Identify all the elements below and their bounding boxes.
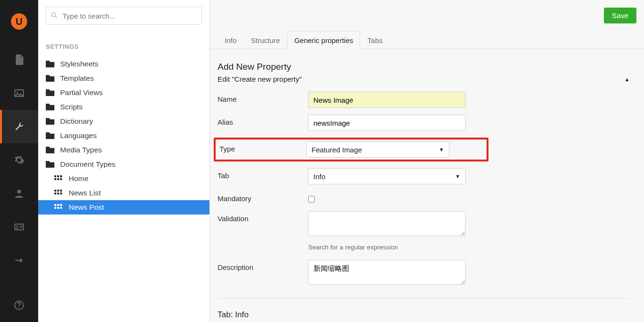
label-description: Description [218, 260, 308, 271]
doctype-icon [54, 204, 63, 211]
tree-node-languages[interactable]: Languages [46, 129, 209, 143]
search-icon [51, 11, 58, 19]
topbar: Save [210, 0, 644, 31]
tree-node-document-types[interactable]: Document Types [46, 157, 209, 172]
folder-icon [46, 161, 54, 168]
svg-point-4 [16, 225, 18, 227]
gear-icon [13, 154, 25, 166]
folder-icon [46, 75, 54, 82]
search-input[interactable] [46, 7, 202, 25]
save-button[interactable]: Save [604, 8, 636, 23]
svg-rect-3 [15, 224, 23, 230]
validation-hint: Search for a regular expression [308, 244, 398, 251]
label-type: Type [218, 141, 306, 158]
type-highlight-box: Type Featured Image ▼ [214, 138, 488, 161]
user-icon [13, 188, 25, 199]
image-icon [13, 87, 25, 99]
name-input[interactable] [308, 92, 466, 108]
tab-structure[interactable]: Structure [244, 31, 287, 49]
tab-tabs[interactable]: Tabs [360, 31, 390, 49]
tab-info-heading: Tab: Info [218, 310, 630, 320]
id-card-icon [13, 221, 25, 233]
label-name: Name [218, 92, 308, 103]
tree-node-label: Scripts [60, 103, 83, 111]
tree-node-label: Media Types [60, 146, 102, 154]
type-select[interactable]: Featured Image ▼ [306, 141, 449, 158]
validation-input[interactable] [308, 211, 466, 236]
rail-forms[interactable] [0, 244, 38, 277]
tree-node-label: News List [69, 189, 101, 197]
svg-point-7 [52, 13, 56, 17]
folder-icon [46, 132, 54, 139]
tab-select[interactable]: Info ▼ [308, 168, 466, 184]
rail-media[interactable] [0, 76, 38, 110]
help-icon [13, 300, 25, 311]
rail-content[interactable] [0, 43, 38, 76]
tree-node-partial-views[interactable]: Partial Views [46, 86, 209, 100]
logo-letter: U [16, 16, 22, 27]
file-icon [13, 54, 25, 65]
rail-members[interactable] [0, 210, 38, 244]
tab-generic-properties[interactable]: Generic properties [287, 31, 360, 49]
folder-icon [46, 104, 54, 110]
tree-node-label: Partial Views [60, 88, 103, 97]
folder-icon [46, 89, 54, 96]
tree-node-news-post[interactable]: News Post [38, 200, 209, 215]
folder-icon [46, 118, 54, 125]
tree-node-label: Stylesheets [60, 60, 98, 68]
svg-point-1 [17, 92, 18, 93]
chevron-down-icon: ▼ [455, 173, 460, 179]
property-form: Name Alias Type Featured Image ▼ Tab Inf… [218, 92, 630, 287]
tree-node-label: Dictionary [60, 117, 93, 126]
tree-node-news-list[interactable]: News List [46, 186, 209, 200]
tree-node-home[interactable]: Home [46, 172, 209, 186]
wrench-icon [13, 121, 25, 132]
collapse-toggle[interactable]: ▲ [624, 76, 630, 82]
main-area: Save Info Structure Generic properties T… [210, 0, 644, 322]
tab-info[interactable]: Info [218, 31, 244, 49]
tree-node-templates[interactable]: Templates [46, 71, 209, 86]
tree-node-label: News Post [69, 203, 104, 212]
description-input[interactable] [308, 260, 466, 285]
type-select-value: Featured Image [312, 146, 362, 154]
mandatory-checkbox[interactable] [308, 196, 315, 203]
content-scroll[interactable]: Add New Property Edit "Create new proper… [210, 49, 644, 322]
alias-input[interactable] [308, 115, 466, 131]
chevron-down-icon: ▼ [439, 147, 444, 152]
tree-panel: SETTINGS Stylesheets Templates Partial V… [38, 0, 210, 322]
label-alias: Alias [218, 115, 308, 126]
tab-select-value: Info [313, 172, 325, 181]
tabs: Info Structure Generic properties Tabs [210, 31, 644, 49]
arrow-right-icon [13, 255, 25, 266]
label-validation: Validation [218, 211, 308, 223]
tree-section-title: SETTINGS [46, 43, 209, 57]
doctype-icon [54, 175, 63, 182]
svg-point-6 [19, 307, 20, 308]
nav-rail: U [0, 0, 38, 322]
tree-node-label: Document Types [60, 160, 115, 169]
label-tab: Tab [218, 168, 308, 180]
tree-node-scripts[interactable]: Scripts [46, 100, 209, 114]
rail-settings[interactable] [0, 110, 38, 143]
tree-node-dictionary[interactable]: Dictionary [46, 114, 209, 129]
divider [218, 298, 630, 299]
tree-node-label: Templates [60, 74, 94, 83]
tree-node-label: Home [69, 174, 88, 183]
rail-users[interactable] [0, 177, 38, 210]
svg-point-2 [17, 190, 21, 193]
label-mandatory: Mandatory [218, 191, 308, 203]
rail-developer[interactable] [0, 143, 38, 177]
folder-icon [46, 61, 54, 67]
app-logo[interactable]: U [0, 0, 38, 43]
tree-node-media-types[interactable]: Media Types [46, 143, 209, 157]
section-heading: Add New Property [218, 62, 630, 72]
doctype-icon [54, 190, 63, 196]
section-subheading: Edit "Create new property" [218, 75, 302, 83]
rail-help[interactable] [0, 289, 38, 322]
folder-icon [46, 147, 54, 153]
tree-node-stylesheets[interactable]: Stylesheets [46, 57, 209, 71]
tree-node-label: Languages [60, 131, 97, 140]
